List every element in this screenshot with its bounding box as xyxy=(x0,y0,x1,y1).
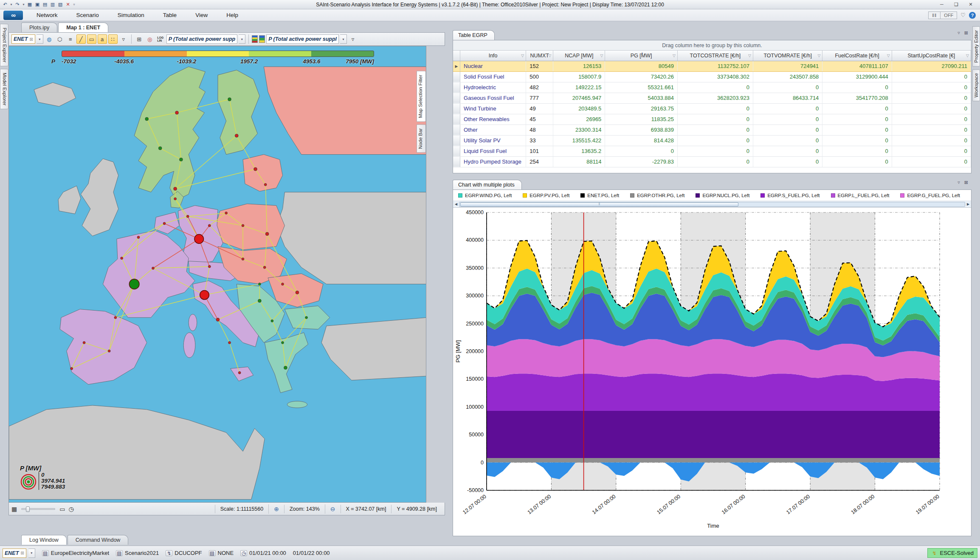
grid-icon[interactable]: ▦ xyxy=(11,506,17,512)
label-tool-icon[interactable]: a xyxy=(98,34,107,44)
toolbar-overflow-icon[interactable]: ▿ xyxy=(348,34,358,44)
network-node[interactable] xyxy=(238,371,241,374)
network-node[interactable] xyxy=(258,283,261,286)
network-node[interactable] xyxy=(296,291,299,294)
network-node[interactable] xyxy=(254,167,257,171)
network-node[interactable] xyxy=(175,111,179,114)
network-node[interactable] xyxy=(263,266,266,269)
table-row[interactable]: ▶Nuclear152126153805491132752.1077249414… xyxy=(453,61,971,71)
network-select-combo[interactable]: ENET⊠ xyxy=(11,34,35,44)
table-panel-tab[interactable]: Table EGRP xyxy=(453,30,495,40)
legend-item[interactable]: EGRP.PV.PG, Left xyxy=(523,193,569,198)
table-row[interactable]: Other4823300.3146938.8390000 xyxy=(453,124,971,135)
pipe-tool-icon[interactable]: ▭ xyxy=(87,34,96,44)
network-node[interactable] xyxy=(179,158,183,161)
network-node[interactable] xyxy=(265,232,269,236)
column-header-info[interactable]: Info▽ xyxy=(460,51,526,61)
panel-close-icon[interactable]: ⊠ xyxy=(964,30,968,36)
help-icon[interactable]: ? xyxy=(969,12,976,19)
zoom-out-button[interactable]: ⊖ xyxy=(325,504,341,514)
network-node[interactable] xyxy=(225,212,228,214)
column-header-startupcostrate-[interactable]: StartUpCostRate [€]▽ xyxy=(892,51,971,61)
panel-close-icon[interactable]: ⊠ xyxy=(964,180,968,185)
network-node[interactable] xyxy=(216,318,220,321)
menu-item-scenario[interactable]: Scenario xyxy=(67,12,108,18)
menu-item-simulation[interactable]: Simulation xyxy=(108,12,154,18)
table-row[interactable]: Wind Turbine49203489.529163.750000 xyxy=(453,103,971,114)
chevron-down-icon[interactable]: ▾ xyxy=(239,34,245,44)
menu-item-view[interactable]: View xyxy=(186,12,217,18)
status-item[interactable]: ▤NONE xyxy=(209,550,234,556)
list-icon[interactable]: ≡ xyxy=(66,34,75,44)
status-network-combo[interactable]: ENET ⊠ xyxy=(3,549,26,558)
network-node[interactable] xyxy=(163,222,166,225)
network-node[interactable] xyxy=(137,236,140,238)
network-node[interactable] xyxy=(242,258,244,260)
table-row[interactable]: Liquid Fossil Fuel10113635.200000 xyxy=(453,146,971,156)
network-node[interactable] xyxy=(305,316,308,319)
column-header-numxt[interactable]: NUMXT▽ xyxy=(526,51,553,61)
table-row[interactable]: Solid Fossil Fuel500158007.973420.263373… xyxy=(453,71,971,82)
heart-icon[interactable]: ♡ xyxy=(960,12,966,18)
app-logo-button[interactable]: ∞ xyxy=(3,11,23,20)
clear-icon[interactable]: ⊠ xyxy=(29,37,33,42)
network-node[interactable] xyxy=(228,98,231,101)
network-node[interactable] xyxy=(235,134,238,137)
filter-funnel-icon[interactable]: ▽ xyxy=(817,54,820,58)
map-canvas[interactable]: P -7032-4035.6-1039.21957.24953.67950 [M… xyxy=(8,46,426,503)
scroll-right-icon[interactable]: ▶ xyxy=(965,202,971,206)
chevron-down-icon[interactable]: ▾ xyxy=(340,34,347,44)
clock-icon[interactable]: ◷ xyxy=(68,506,73,512)
scroll-left-icon[interactable]: ◀ xyxy=(453,202,459,206)
network-node[interactable] xyxy=(258,299,261,303)
node-editor-icon[interactable]: ⬡ xyxy=(55,34,65,44)
network-node[interactable] xyxy=(145,117,149,121)
dots-tool-icon[interactable]: ∷ xyxy=(108,34,118,44)
legend-item[interactable]: EGRP.L_FUEL.PG, Left xyxy=(831,193,890,198)
network-node[interactable] xyxy=(158,147,162,150)
legend-item[interactable]: EGRP.WIND.PG, Left xyxy=(458,193,512,198)
zoom-in-button[interactable]: ⊕ xyxy=(268,504,284,514)
network-node[interactable] xyxy=(264,183,267,186)
barcode-icon[interactable]: ‖‖ xyxy=(929,12,941,19)
network-node[interactable] xyxy=(208,224,211,227)
frame-icon[interactable]: ⊞ xyxy=(135,34,144,44)
network-node[interactable] xyxy=(121,257,123,260)
column-header-ncap-mw-[interactable]: NCAP [MW]▽ xyxy=(553,51,605,61)
transparency-slider[interactable] xyxy=(21,508,55,510)
table-row[interactable]: Gaseous Fossil Fuel777207465.94754033.88… xyxy=(453,93,971,103)
table-row[interactable]: Hydroelectric482149222.1555321.6610000 xyxy=(453,82,971,93)
legend-item[interactable]: EGRP.NUCL.PG, Left xyxy=(696,193,749,198)
off-button[interactable]: OFF xyxy=(941,12,957,19)
map-side-tab-node-bar[interactable]: Node Bar xyxy=(417,124,426,153)
close-button[interactable]: ✕ xyxy=(966,2,975,7)
legend-item[interactable]: ENET.PG, Left xyxy=(580,193,619,198)
network-node[interactable] xyxy=(129,279,139,289)
network-node[interactable] xyxy=(200,290,209,300)
network-node[interactable] xyxy=(186,215,189,218)
dock-tab-property-editor[interactable]: Property Editor xyxy=(972,26,980,67)
menu-item-help[interactable]: Help xyxy=(217,12,248,18)
network-node[interactable] xyxy=(108,350,110,352)
dock-tab-model-explorer[interactable]: Model Explorer xyxy=(0,69,8,109)
param-select-2[interactable]: P (Total active power suppl xyxy=(266,34,339,44)
filter-funnel-icon[interactable]: ▽ xyxy=(521,54,524,58)
filter-funnel-icon[interactable]: ▽ xyxy=(548,54,551,58)
legend-item[interactable]: EGRP.OTHR.PG, Left xyxy=(630,193,684,198)
network-node[interactable] xyxy=(152,267,155,269)
network-node[interactable] xyxy=(83,341,85,344)
network-node[interactable] xyxy=(174,198,177,200)
group-by-bar[interactable]: Drag column here to group by this column… xyxy=(453,40,971,51)
legend-item[interactable]: EGRP.S_FUEL.PG, Left xyxy=(760,193,819,198)
line-tool-icon[interactable]: ╱ xyxy=(76,34,86,44)
bottom-tab-log-window[interactable]: Log Window xyxy=(21,535,67,545)
column-header-totvomrate-h-[interactable]: TOTVOMRATE [€/h]▽ xyxy=(753,51,822,61)
network-node[interactable] xyxy=(282,341,284,344)
table-row[interactable]: Hydro Pumped Storage25488114-2279.830000 xyxy=(453,156,971,167)
chart-scrollbar[interactable]: ◀ ▶ xyxy=(453,201,971,208)
status-item[interactable]: 01/01/22 00:00 xyxy=(293,550,330,556)
network-node[interactable] xyxy=(284,366,287,370)
network-node[interactable] xyxy=(114,316,117,319)
filter-funnel-icon[interactable]: ▽ xyxy=(600,54,603,58)
minimize-button[interactable]: ─ xyxy=(938,2,946,7)
